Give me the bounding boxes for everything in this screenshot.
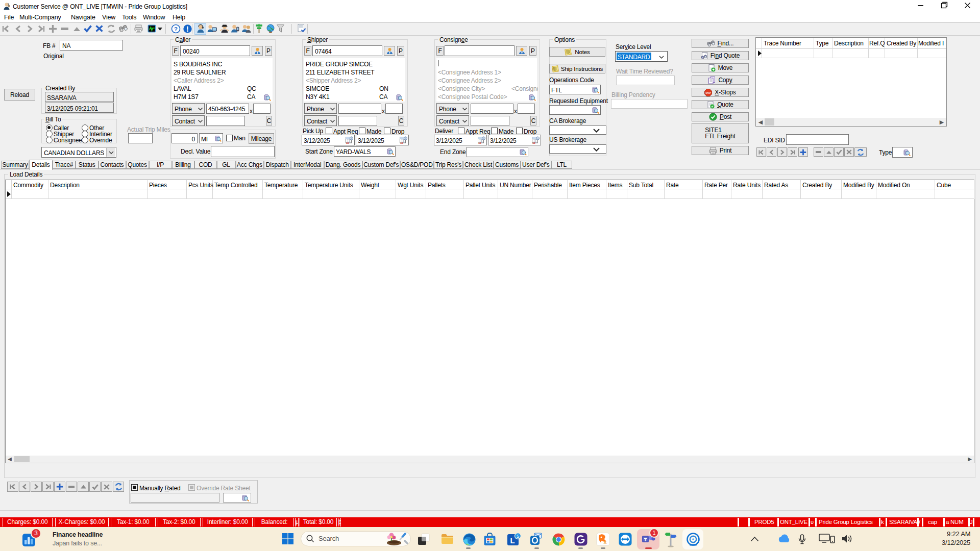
svg-text:L: L [510, 536, 515, 545]
svg-text:?: ? [174, 26, 178, 32]
svg-text:T: T [644, 537, 647, 542]
svg-text:STOP: STOP [706, 91, 712, 94]
svg-text:5: 5 [517, 533, 519, 539]
